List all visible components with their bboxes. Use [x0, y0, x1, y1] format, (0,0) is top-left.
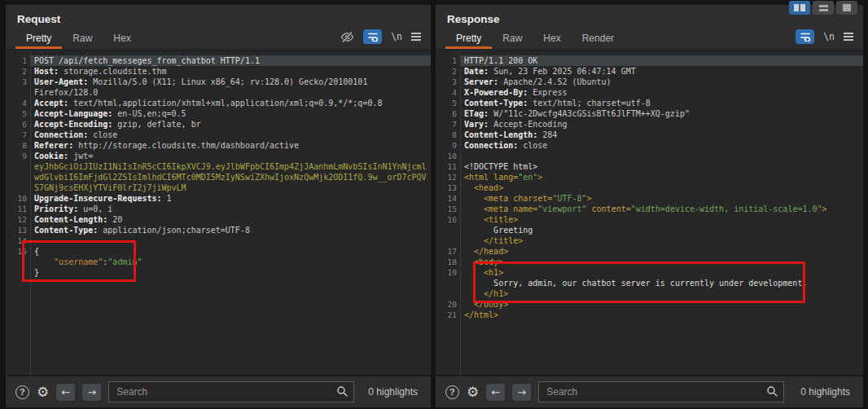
line-number: 1 [436, 55, 457, 66]
line-number [436, 235, 457, 246]
response-panel: Response PrettyRawHexRender \n 1HTTP/1.1… [436, 5, 863, 407]
help-icon[interactable]: ? [15, 385, 29, 399]
line-number [6, 87, 27, 98]
prev-match-button[interactable]: ← [56, 384, 75, 401]
code-line: Sorry, admin, our chatbot server is curr… [436, 278, 863, 288]
request-search-bar: ? ⚙ ← → 0 highlights [6, 375, 431, 407]
search-input[interactable] [538, 381, 784, 402]
code-line: 5Content-Type: text/html; charset=utf-8 [436, 98, 863, 108]
line-number: 7 [6, 130, 27, 140]
help-icon[interactable]: ? [445, 385, 459, 399]
code-line: 7Vary: Accept-Encoding [436, 119, 863, 130]
tab-response-render[interactable]: Render [572, 29, 625, 49]
line-number: 8 [436, 130, 457, 140]
line-number: 12 [436, 172, 457, 183]
line-number: 14 [436, 193, 457, 204]
tab-response-pretty[interactable]: Pretty [445, 29, 492, 49]
line-number: 2 [6, 66, 27, 77]
tab-request-raw[interactable]: Raw [62, 29, 103, 49]
word-wrap-icon[interactable] [796, 29, 814, 44]
request-panel: Request PrettyRawHex \n [6, 5, 431, 407]
gutter-divider [30, 51, 31, 375]
search-field-wrap [108, 381, 354, 402]
line-number [6, 257, 27, 267]
line-number: 6 [436, 108, 457, 119]
line-number: 11 [6, 204, 27, 214]
code-line: </h1> [436, 288, 863, 299]
response-editor[interactable]: 1HTTP/1.1 200 OK2Date: Sun, 23 Feb 2025 … [436, 51, 863, 375]
line-number: 3 [6, 77, 27, 87]
code-line: 15 <meta name="viewport" content="width=… [436, 204, 863, 214]
line-number [6, 183, 27, 193]
split-rows-button[interactable] [813, 1, 834, 15]
code-line: Greeting [436, 225, 863, 235]
line-number: 2 [436, 66, 457, 77]
line-number: 13 [436, 183, 457, 193]
code-line: 10Upgrade-Insecure-Requests: 1 [6, 193, 431, 204]
code-line: 3User-Agent: Mozilla/5.0 (X11; Linux x86… [6, 77, 431, 87]
line-number: 14 [6, 235, 27, 246]
request-title: Request [6, 5, 431, 29]
code-line: 4Accept: text/html,application/xhtml+xml… [6, 98, 431, 108]
tab-request-hex[interactable]: Hex [103, 29, 141, 49]
next-match-button[interactable]: → [82, 384, 101, 401]
code-line: 13Content-Type: application/json;charset… [6, 225, 431, 235]
code-line: 18 <body> [436, 257, 863, 267]
code-line: 13 <head> [436, 183, 863, 193]
code-line: 6ETag: W/"11c-2Dwcfg4A3cGSisBTt6JlFTM++X… [436, 108, 863, 119]
code-line: 2Host: storage.cloudsite.thm [6, 66, 431, 77]
code-line: 9Connection: close [436, 140, 863, 151]
code-line: 16 <title> [436, 214, 863, 225]
line-number: 5 [6, 108, 27, 119]
newline-toggle-icon[interactable]: \n [823, 31, 835, 42]
line-number: 9 [6, 151, 27, 161]
line-number: 10 [6, 193, 27, 204]
code-line: wdGlvbiI6ImFjdGl2ZSIsImlhdCI6MTc0MDI5MzI… [6, 172, 431, 183]
line-number [6, 172, 27, 183]
line-number: 13 [6, 225, 27, 235]
code-line: } [6, 267, 431, 278]
line-number: 4 [436, 87, 457, 98]
next-match-button[interactable]: → [512, 384, 531, 401]
search-icon [336, 385, 349, 401]
response-toolbar: \n [796, 29, 863, 49]
code-line: </title> [436, 235, 863, 246]
code-line: 4X-Powered-By: Express [436, 87, 863, 98]
search-field-wrap [538, 381, 784, 402]
code-line: 7Connection: close [6, 130, 431, 140]
highlights-count: 0 highlights [368, 386, 421, 398]
response-search-bar: ? ⚙ ← → 0 highlights [436, 375, 863, 407]
code-line: 1HTTP/1.1 200 OK [436, 55, 863, 66]
code-line: 11<!DOCTYPE html> [436, 161, 863, 172]
code-line: 14 [6, 235, 431, 246]
request-tabs-row: PrettyRawHex \n [6, 29, 431, 51]
response-title: Response [447, 13, 500, 25]
code-line: 1POST /api/fetch_messeges_from_chatbot H… [6, 55, 431, 66]
single-pane-button[interactable] [836, 1, 857, 15]
code-line: 12<html lang="en"> [436, 172, 863, 183]
prev-match-button[interactable]: ← [486, 384, 505, 401]
menu-icon[interactable] [844, 33, 853, 41]
line-number: 4 [6, 98, 27, 108]
tab-response-hex[interactable]: Hex [533, 29, 571, 49]
line-number: 6 [6, 119, 27, 130]
code-line: 3Server: Apache/2.4.52 (Ubuntu) [436, 77, 863, 87]
settings-gear-icon[interactable]: ⚙ [37, 385, 49, 399]
menu-icon[interactable] [411, 33, 421, 41]
line-number: 11 [436, 161, 457, 172]
request-tabs: PrettyRawHex [15, 29, 142, 49]
newline-toggle-icon[interactable]: \n [391, 31, 402, 42]
code-line: "username":"admin" [6, 257, 431, 267]
line-number: 17 [436, 246, 457, 257]
code-line: 21</html> [436, 310, 863, 320]
split-columns-button[interactable] [789, 1, 810, 15]
search-input[interactable] [108, 381, 354, 402]
tab-request-pretty[interactable]: Pretty [15, 29, 62, 49]
word-wrap-icon[interactable] [363, 29, 382, 44]
tab-response-raw[interactable]: Raw [492, 29, 533, 49]
settings-gear-icon[interactable]: ⚙ [467, 385, 479, 399]
highlights-count: 0 highlights [800, 386, 853, 398]
code-line: 19 <h1> [436, 267, 863, 278]
request-editor[interactable]: 1POST /api/fetch_messeges_from_chatbot H… [6, 51, 431, 375]
hide-eye-icon[interactable] [340, 31, 354, 43]
